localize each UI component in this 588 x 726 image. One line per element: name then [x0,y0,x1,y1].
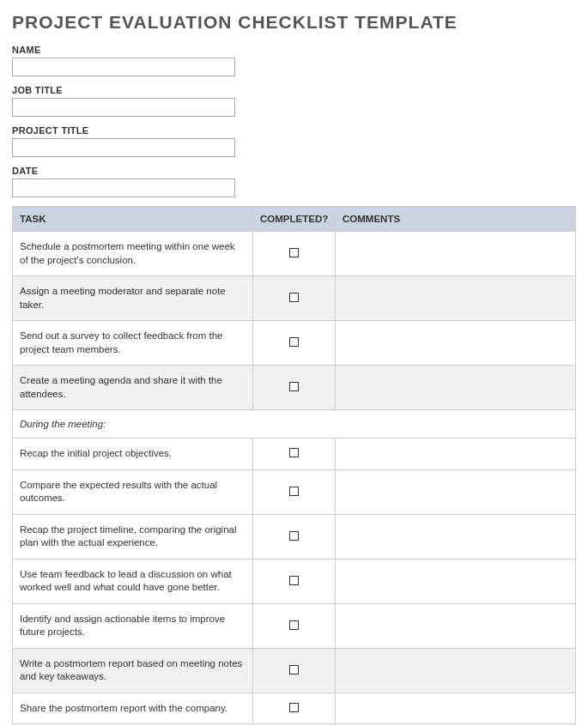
task-cell: Compare the expected results with the ac… [13,469,253,514]
header-completed: COMPLETED? [253,207,336,232]
section-label: During the meeting: [13,410,576,439]
name-label: NAME [12,45,576,55]
table-row: Recap the project timeline, comparing th… [13,514,576,559]
date-field-block: DATE [12,166,576,197]
checkbox-icon[interactable] [289,487,299,496]
completed-cell [253,366,336,410]
completed-cell [253,321,336,366]
table-row: Identify and assign actionable items to … [13,603,576,648]
task-cell: Write a postmortem report based on meeti… [13,648,253,693]
checkbox-icon[interactable] [289,531,299,541]
table-row: Write a postmortem report based on meeti… [13,648,576,693]
comments-cell[interactable] [336,469,576,514]
checkbox-icon[interactable] [289,576,299,585]
header-comments: COMMENTS [336,207,576,232]
comments-cell[interactable] [336,559,576,603]
job-title-label: JOB TITLE [12,85,576,95]
comments-cell[interactable] [336,514,576,559]
table-header-row: TASK COMPLETED? COMMENTS [13,207,576,232]
completed-cell [253,693,336,724]
checklist-table: TASK COMPLETED? COMMENTS Schedule a post… [12,206,576,724]
comments-cell[interactable] [336,232,576,276]
date-label: DATE [12,166,576,176]
project-title-field-block: PROJECT TITLE [12,125,576,157]
comments-cell[interactable] [336,366,576,410]
task-cell: Recap the project timeline, comparing th… [13,514,253,559]
table-row: Schedule a postmortem meeting within one… [13,232,576,276]
page-title: PROJECT EVALUATION CHECKLIST TEMPLATE [12,12,576,33]
completed-cell [253,603,336,648]
comments-cell[interactable] [336,693,576,724]
checkbox-icon[interactable] [289,665,299,675]
checkbox-icon[interactable] [289,248,299,257]
comments-cell[interactable] [336,321,576,366]
table-row: Assign a meeting moderator and separate … [13,276,576,321]
task-cell: Recap the initial project objectives. [13,439,253,470]
completed-cell [253,514,336,559]
completed-cell [253,469,336,514]
completed-cell [253,232,336,276]
table-row: Compare the expected results with the ac… [13,469,576,514]
table-row: Recap the initial project objectives. [13,439,576,470]
table-row: Use team feedback to lead a discussion o… [13,559,576,603]
completed-cell [253,276,336,321]
table-row: Share the postmortem report with the com… [13,693,576,724]
checkbox-icon[interactable] [289,703,299,712]
job-title-input[interactable] [12,98,235,117]
name-input[interactable] [12,57,235,76]
task-cell: Share the postmortem report with the com… [13,693,253,724]
table-row: Send out a survey to collect feedback fr… [13,321,576,366]
checkbox-icon[interactable] [289,448,299,457]
header-task: TASK [13,207,253,232]
completed-cell [253,439,336,470]
task-cell: Assign a meeting moderator and separate … [13,276,253,321]
comments-cell[interactable] [336,276,576,321]
completed-cell [253,648,336,693]
completed-cell [253,559,336,603]
date-input[interactable] [12,178,235,197]
checkbox-icon[interactable] [289,293,299,302]
task-cell: Create a meeting agenda and share it wit… [13,366,253,410]
project-title-label: PROJECT TITLE [12,125,576,136]
job-title-field-block: JOB TITLE [12,85,576,117]
task-cell: Send out a survey to collect feedback fr… [13,321,253,366]
comments-cell[interactable] [336,603,576,648]
comments-cell[interactable] [336,648,576,693]
project-title-input[interactable] [12,138,235,157]
task-cell: Use team feedback to lead a discussion o… [13,559,253,603]
section-row: During the meeting: [13,410,576,439]
checkbox-icon[interactable] [289,337,299,347]
checkbox-icon[interactable] [289,382,299,391]
name-field-block: NAME [12,45,576,76]
comments-cell[interactable] [336,439,576,470]
checkbox-icon[interactable] [289,620,299,630]
task-cell: Schedule a postmortem meeting within one… [13,232,253,276]
table-row: Create a meeting agenda and share it wit… [13,366,576,410]
task-cell: Identify and assign actionable items to … [13,603,253,648]
